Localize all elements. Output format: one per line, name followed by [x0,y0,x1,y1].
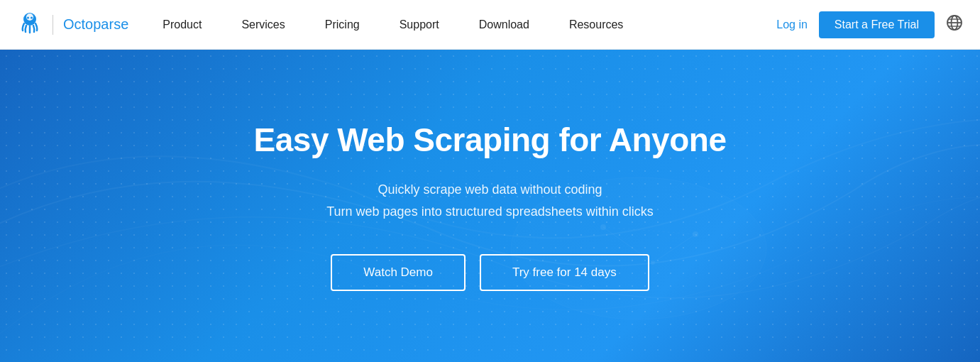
login-button[interactable]: Log in [776,18,808,31]
watch-demo-button[interactable]: Watch Demo [331,254,466,291]
nav-menu: Product Services Pricing Support Downloa… [143,0,776,50]
nav-product[interactable]: Product [143,0,221,50]
nav-services[interactable]: Services [221,0,304,50]
hero-buttons: Watch Demo Try free for 14 days [254,254,727,291]
nav-resources[interactable]: Resources [549,0,643,50]
free-trial-button[interactable]: Try free for 14 days [480,254,649,291]
hero-section: Easy Web Scraping for Anyone Quickly scr… [0,50,980,362]
logo-link[interactable]: Octoparse [17,9,128,40]
svg-point-2 [27,16,29,18]
start-trial-button[interactable]: Start a Free Trial [819,11,935,38]
hero-content: Easy Web Scraping for Anyone Quickly scr… [240,121,741,290]
nav-support[interactable]: Support [380,0,459,50]
logo-text: Octoparse [63,16,128,33]
logo-icon [17,9,43,40]
hero-subtitle: Quickly scrape web data without coding T… [254,179,727,222]
navbar-actions: Log in Start a Free Trial [776,11,963,38]
navbar: Octoparse Product Services Pricing Suppo… [0,0,980,50]
nav-download[interactable]: Download [459,0,549,50]
logo-divider [53,15,53,35]
hero-subtitle-line2: Turn web pages into structured spreadshe… [254,201,727,223]
language-icon[interactable] [946,14,963,35]
nav-pricing[interactable]: Pricing [305,0,380,50]
hero-subtitle-line1: Quickly scrape web data without coding [254,179,727,201]
svg-point-3 [31,16,33,18]
hero-title: Easy Web Scraping for Anyone [254,121,727,159]
